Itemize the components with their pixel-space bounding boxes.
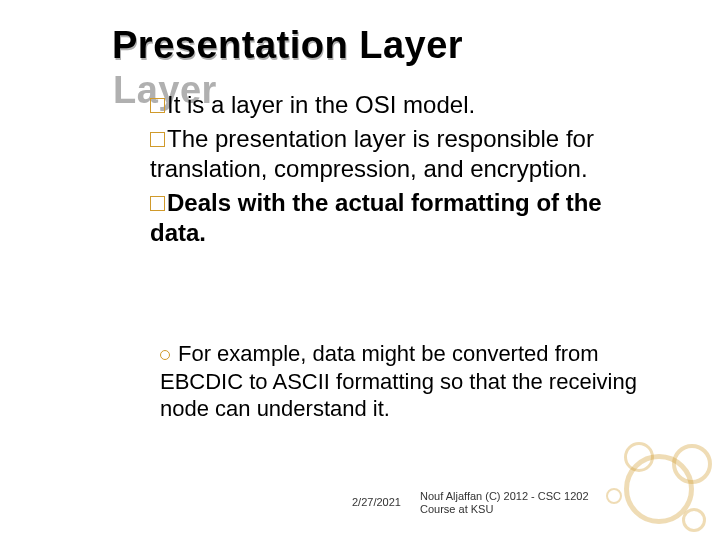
bullet-text: It is a layer in the OSI model.: [167, 91, 475, 118]
sub-bullet: For example, data might be converted fro…: [160, 340, 650, 423]
footer-credit-line1: Nouf Aljaffan (C) 2012 - CSC 1202: [420, 490, 589, 503]
circle-icon: [624, 442, 654, 472]
bullet-item: Deals with the actual formatting of the …: [150, 188, 650, 248]
bullet-text: The presentation layer is responsible fo…: [150, 125, 594, 182]
title-text: Presentation Layer: [112, 24, 463, 66]
slide: Presentation Layer Presentation Layer It…: [0, 0, 720, 540]
circle-icon: [682, 508, 706, 532]
slide-title: Presentation Layer Presentation Layer: [112, 24, 463, 67]
bullet-item: The presentation layer is responsible fo…: [150, 124, 650, 184]
bullet-item: It is a layer in the OSI model.: [150, 90, 650, 120]
body-text: It is a layer in the OSI model. The pres…: [150, 90, 650, 252]
square-bullet-icon: [150, 196, 165, 211]
circle-icon: [606, 488, 622, 504]
bullet-text: Deals with the actual formatting of the …: [150, 189, 602, 246]
footer-date: 2/27/2021: [352, 496, 401, 508]
footer-credit-line2: Course at KSU: [420, 503, 589, 516]
circle-bullet-icon: [160, 350, 170, 360]
sub-bullet-text: For example, data might be converted fro…: [160, 341, 637, 421]
square-bullet-icon: [150, 132, 165, 147]
circle-icon: [672, 444, 712, 484]
square-bullet-icon: [150, 98, 165, 113]
footer-credit: Nouf Aljaffan (C) 2012 - CSC 1202 Course…: [420, 490, 589, 516]
